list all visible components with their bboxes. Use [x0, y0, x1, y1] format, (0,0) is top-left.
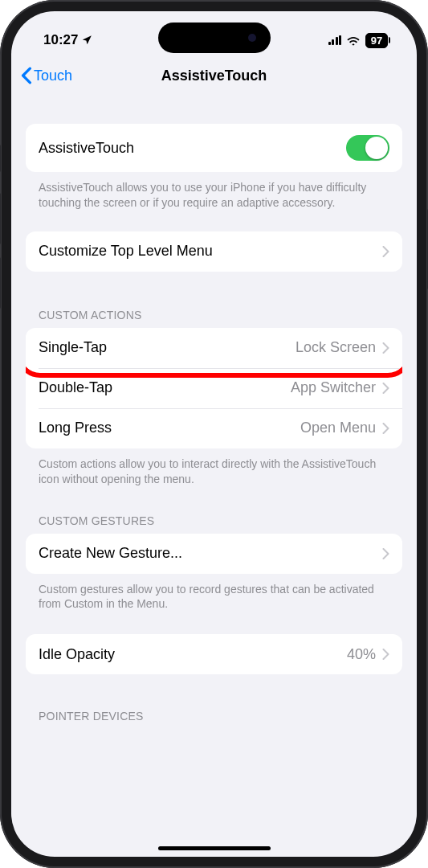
single-tap-label: Single-Tap [39, 339, 296, 356]
long-press-row[interactable]: Long Press Open Menu [26, 408, 402, 448]
back-button[interactable]: Touch [21, 67, 72, 84]
pointer-devices-header: POINTER DEVICES [26, 710, 402, 729]
volume-down-button [0, 257, 1, 309]
phone-frame: 10:27 97 Touch AssistiveTouch AssistiveT… [0, 0, 428, 868]
location-icon [81, 35, 92, 46]
battery-percentage: 97 [371, 35, 382, 47]
custom-gestures-group: Create New Gesture... [26, 534, 402, 574]
idle-opacity-value: 40% [347, 646, 376, 663]
chevron-right-icon [382, 649, 389, 660]
chevron-right-icon [382, 383, 389, 394]
chevron-right-icon [382, 342, 389, 354]
nav-header: Touch AssistiveTouch [11, 56, 417, 95]
dynamic-island [158, 23, 271, 53]
cellular-signal-icon [328, 35, 342, 45]
long-press-value: Open Menu [300, 420, 376, 436]
custom-gestures-header: CUSTOM GESTURES [26, 514, 402, 534]
idle-opacity-row[interactable]: Idle Opacity 40% [26, 634, 402, 674]
chevron-left-icon [21, 67, 32, 84]
double-tap-row[interactable]: Double-Tap App Switcher [26, 368, 402, 408]
assistivetouch-toggle-row[interactable]: AssistiveTouch [26, 124, 402, 172]
customize-label: Customize Top Level Menu [39, 243, 382, 260]
back-label: Touch [34, 68, 72, 84]
volume-up-button [0, 193, 1, 244]
assistivetouch-toggle[interactable] [346, 135, 389, 161]
customize-top-level-menu-row[interactable]: Customize Top Level Menu [26, 231, 402, 272]
chevron-right-icon [382, 246, 389, 257]
screen: 10:27 97 Touch AssistiveTouch AssistiveT… [11, 11, 417, 857]
battery-icon: 97 [365, 33, 388, 48]
customize-menu-group: Customize Top Level Menu [26, 231, 402, 272]
long-press-label: Long Press [39, 420, 300, 436]
single-tap-row[interactable]: Single-Tap Lock Screen [26, 328, 402, 368]
create-new-gesture-row[interactable]: Create New Gesture... [26, 534, 402, 574]
custom-actions-header: CUSTOM ACTIONS [26, 309, 402, 328]
status-time: 10:27 [43, 32, 78, 48]
content-scroll[interactable]: AssistiveTouch AssistiveTouch allows you… [11, 95, 417, 857]
wifi-icon [346, 35, 361, 46]
single-tap-value: Lock Screen [296, 339, 376, 356]
idle-opacity-label: Idle Opacity [39, 646, 347, 663]
custom-actions-footer: Custom actions allow you to interact dir… [26, 448, 402, 487]
page-title: AssistiveTouch [161, 68, 267, 84]
home-indicator[interactable] [158, 846, 271, 850]
create-gesture-label: Create New Gesture... [39, 545, 382, 562]
double-tap-value: App Switcher [291, 379, 376, 396]
chevron-right-icon [382, 423, 389, 434]
custom-actions-group: Single-Tap Lock Screen Double-Tap App Sw… [26, 328, 402, 448]
assistivetouch-label: AssistiveTouch [39, 140, 346, 157]
mute-switch [0, 145, 1, 172]
custom-gestures-footer: Custom gestures allow you to record gest… [26, 574, 402, 612]
assistivetouch-footer: AssistiveTouch allows you to use your iP… [26, 172, 402, 211]
assistivetouch-toggle-group: AssistiveTouch [26, 124, 402, 172]
chevron-right-icon [382, 548, 389, 559]
idle-opacity-group: Idle Opacity 40% [26, 634, 402, 674]
double-tap-label: Double-Tap [39, 379, 291, 396]
